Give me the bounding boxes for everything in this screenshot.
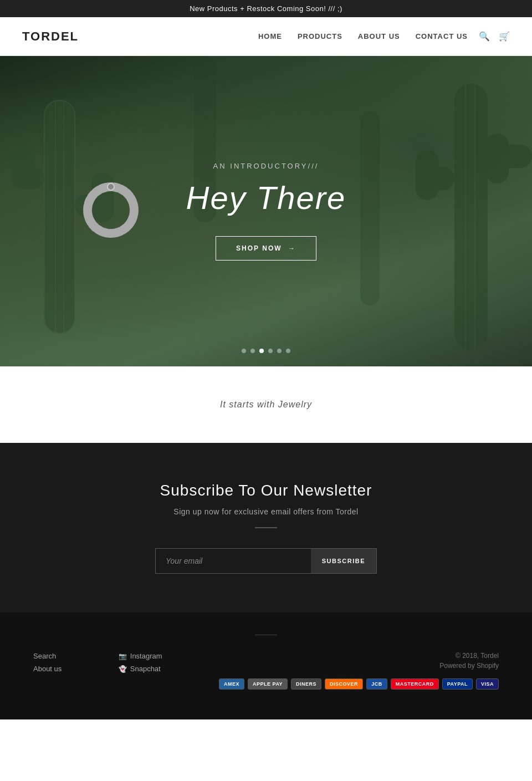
svg-rect-14 (485, 134, 509, 183)
nav-contact[interactable]: CONTACT US (416, 32, 468, 40)
payment-apple: Apple Pay (248, 678, 288, 690)
bracelet-decoration (83, 182, 139, 240)
nav-icons: 🔍 🛒 (479, 31, 510, 42)
footer-right-column: © 2018, Tordel Powered by Shopify AMEX A… (219, 652, 499, 690)
payment-diners: Diners (291, 678, 321, 690)
logo[interactable]: TORDEL (22, 29, 258, 44)
nav-products[interactable]: PRODUCTS (298, 32, 342, 40)
tagline-section: It starts with Jewelry (0, 366, 532, 443)
payment-amex: AMEX (219, 678, 244, 690)
footer-snapchat-link[interactable]: Snapchat (119, 665, 162, 673)
svg-rect-5 (11, 145, 33, 189)
header: TORDEL HOME PRODUCTS ABOUT US CONTACT US… (0, 17, 532, 56)
footer-search-link[interactable]: Search (33, 652, 62, 660)
announcement-bar: New Products + Restock Coming Soon! /// … (0, 0, 532, 17)
footer-copyright: © 2018, Tordel (219, 652, 499, 660)
cta-arrow: → (288, 244, 296, 252)
hero-content: AN INTRODUCTORY/// Hey There SHOP NOW → (186, 162, 346, 261)
hero-section: AN INTRODUCTORY/// Hey There SHOP NOW → (0, 56, 532, 366)
shop-now-button[interactable]: SHOP NOW → (216, 236, 316, 261)
footer-instagram-link[interactable]: Instagram (119, 652, 162, 660)
slider-dots (242, 349, 290, 353)
svg-point-17 (88, 187, 134, 233)
slider-dot-2[interactable] (250, 349, 255, 353)
newsletter-divider (255, 527, 277, 528)
svg-rect-12 (416, 150, 439, 200)
svg-point-19 (108, 184, 114, 190)
instagram-icon (119, 652, 127, 660)
main-nav: HOME PRODUCTS ABOUT US CONTACT US (258, 32, 468, 40)
snapchat-icon (119, 665, 127, 673)
search-icon[interactable]: 🔍 (479, 31, 490, 42)
email-input[interactable] (156, 549, 311, 573)
svg-rect-0 (44, 100, 75, 333)
announcement-text: New Products + Restock Coming Soon! /// … (190, 4, 342, 13)
hero-title: Hey There (186, 179, 346, 216)
newsletter-title: Subscribe To Our Newsletter (11, 482, 521, 499)
footer-about-link[interactable]: About us (33, 665, 62, 673)
slider-dot-4[interactable] (268, 349, 273, 353)
nav-home[interactable]: HOME (258, 32, 282, 40)
footer-powered-by: Powered by Shopify (219, 662, 499, 670)
payment-mastercard: MasterCard (391, 678, 439, 690)
newsletter-form: SUBSCRIBE (155, 548, 377, 574)
payment-jcb: JCB (366, 678, 387, 690)
hero-subtitle: AN INTRODUCTORY/// (186, 162, 346, 170)
slider-dot-3[interactable] (259, 349, 264, 353)
newsletter-description: Sign up now for exclusive email offers f… (11, 507, 521, 516)
footer-links-column: Search About us (33, 652, 62, 690)
slider-dot-6[interactable] (286, 349, 290, 353)
footer-social-column: Instagram Snapchat (119, 652, 162, 690)
newsletter-section: Subscribe To Our Newsletter Sign up now … (0, 443, 532, 612)
slider-dot-1[interactable] (242, 349, 246, 353)
tagline-text: It starts with Jewelry (11, 400, 521, 410)
subscribe-button[interactable]: SUBSCRIBE (311, 549, 376, 573)
payment-discover: Discover (325, 678, 363, 690)
nav-about[interactable]: ABOUT US (358, 32, 400, 40)
payment-paypal: PayPal (442, 678, 473, 690)
slider-dot-5[interactable] (277, 349, 282, 353)
svg-rect-8 (454, 84, 488, 350)
footer-divider (255, 635, 277, 635)
footer-columns: Search About us Instagram Snapchat © 201… (33, 652, 499, 690)
cart-icon[interactable]: 🛒 (499, 31, 510, 42)
payment-icons: AMEX Apple Pay Diners Discover JCB Maste… (219, 678, 499, 690)
svg-rect-16 (360, 111, 380, 305)
footer: Search About us Instagram Snapchat © 201… (0, 612, 532, 719)
payment-visa: Visa (476, 678, 499, 690)
